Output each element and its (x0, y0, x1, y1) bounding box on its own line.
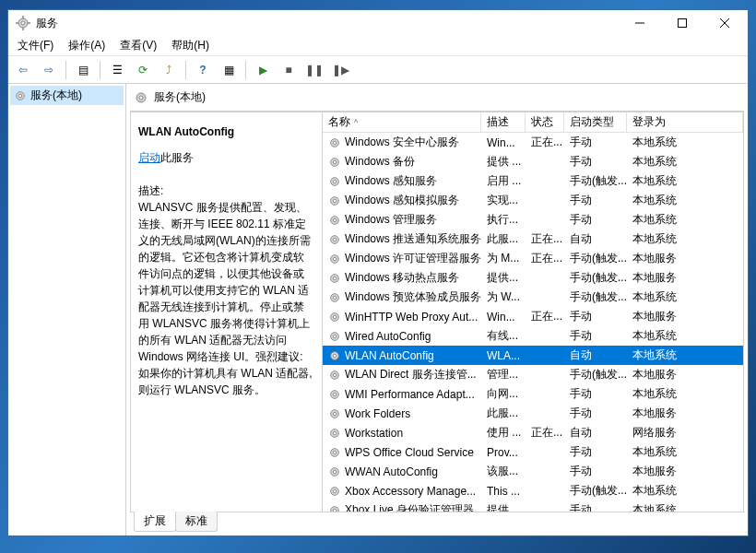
list-rows[interactable]: Windows 安全中心服务Win...正在...手动本地系统Windows 备… (323, 133, 743, 512)
tab-standard[interactable]: 标准 (175, 512, 218, 532)
service-row[interactable]: Windows 管理服务执行...手动本地系统 (323, 210, 743, 229)
cell-logon-as: 本地系统 (627, 288, 743, 307)
cell-logon-as: 本地服务 (627, 268, 743, 288)
cell-description: 该服... (481, 462, 526, 481)
cell-status (526, 354, 564, 358)
cell-name: Workstation (323, 425, 481, 441)
service-row[interactable]: Windows 推送通知系统服务此服...正在...自动本地系统 (323, 229, 743, 249)
tree-item-services-local[interactable]: 服务(本地) (10, 86, 124, 105)
cell-status (526, 393, 564, 396)
cell-name: WMI Performance Adapt... (323, 386, 481, 403)
cell-logon-as: 本地系统 (627, 229, 743, 249)
cell-startup-type: 自动 (564, 229, 627, 249)
start-service-suffix: 此服务 (160, 151, 194, 164)
service-row[interactable]: Windows 感知服务启用 ...手动(触发...本地系统 (323, 171, 743, 191)
svg-point-11 (18, 94, 22, 98)
cell-description: Prov... (481, 444, 526, 461)
menu-view[interactable]: 查看(V) (114, 36, 162, 55)
svg-point-27 (333, 257, 337, 261)
forward-button[interactable]: ⇨ (38, 59, 60, 81)
back-button[interactable]: ⇦ (12, 59, 34, 81)
cell-name: WPS Office Cloud Service (323, 444, 481, 461)
selected-service-title: WLAN AutoConfig (138, 124, 314, 140)
titlebar: 服务 (8, 10, 748, 36)
menu-action[interactable]: 操作(A) (63, 36, 111, 55)
service-row[interactable]: Windows 安全中心服务Win...正在...手动本地系统 (323, 133, 743, 152)
restart-service-button[interactable]: ❚▶ (329, 59, 351, 81)
cell-startup-type: 手动 (564, 191, 627, 210)
minimize-button[interactable] (619, 10, 661, 36)
cell-description: WLA... (481, 347, 526, 364)
show-hide-tree-button[interactable]: ▤ (72, 59, 94, 81)
cell-logon-as: 本地系统 (627, 500, 743, 512)
cell-name: Windows 管理服务 (323, 210, 481, 229)
service-row[interactable]: Wired AutoConfig有线...手动本地系统 (323, 326, 743, 346)
toolbar-separator (245, 61, 246, 79)
toolbar-separator (185, 61, 186, 79)
service-row[interactable]: Windows 许可证管理器服务为 M...正在...手动(触发...本地服务 (323, 249, 743, 268)
svg-point-39 (333, 373, 337, 377)
service-row[interactable]: WLAN AutoConfigWLA...自动本地系统 (323, 346, 743, 365)
pause-service-button[interactable]: ❚❚ (303, 59, 325, 81)
tab-extended[interactable]: 扩展 (134, 512, 176, 532)
service-row[interactable]: Windows 移动热点服务提供...手动(触发...本地服务 (323, 268, 743, 288)
cell-name: WLAN AutoConfig (323, 347, 481, 364)
cell-logon-as: 本地服务 (627, 462, 743, 481)
column-status[interactable]: 状态 (526, 112, 564, 132)
column-logon-as[interactable]: 登录为 (627, 112, 743, 132)
maximize-button[interactable] (661, 10, 703, 36)
service-row[interactable]: Xbox Accessory Manage...This ...手动(触发...… (323, 481, 743, 500)
help-button[interactable]: ? (192, 59, 214, 81)
cell-description: 管理... (481, 365, 526, 384)
cell-name: Work Folders (323, 406, 481, 422)
cell-status (526, 470, 564, 474)
cell-logon-as: 本地系统 (627, 191, 743, 210)
service-row[interactable]: Windows 备份提供 ...手动本地系统 (323, 152, 743, 171)
stop-service-button[interactable]: ■ (278, 59, 300, 81)
service-row[interactable]: WWAN AutoConfig该服...手动本地服务 (323, 462, 743, 481)
export-list-button[interactable]: ⤴ (158, 59, 180, 81)
service-row[interactable]: WinHTTP Web Proxy Aut...Win...正在...手动本地服… (323, 307, 743, 326)
cell-name: Windows 安全中心服务 (323, 133, 481, 152)
cell-status: 正在... (526, 133, 564, 152)
refresh-button[interactable]: ⟳ (132, 59, 154, 81)
service-row[interactable]: WMI Performance Adapt...向网...手动本地系统 (323, 384, 743, 404)
cell-status: 正在... (526, 229, 564, 249)
svg-point-29 (333, 276, 337, 280)
service-row[interactable]: Workstation使用 ...正在...自动网络服务 (323, 423, 743, 442)
toolbar: ⇦ ⇨ ▤ ☰ ⟳ ⤴ ? ▦ ▶ ■ ❚❚ ❚▶ (8, 56, 748, 84)
cell-startup-type: 手动 (564, 210, 627, 229)
svg-point-1 (21, 21, 25, 25)
close-button[interactable] (703, 10, 746, 36)
service-row[interactable]: WLAN Direct 服务连接管...管理...手动(触发...本地服务 (323, 365, 743, 384)
menu-help[interactable]: 帮助(H) (166, 36, 215, 55)
cell-startup-type: 手动 (564, 133, 627, 152)
cell-status (526, 296, 564, 300)
service-row[interactable]: Xbox Live 身份验证管理器提供 ...手动本地系统 (323, 500, 743, 512)
extra-button[interactable]: ▦ (218, 59, 240, 81)
column-name[interactable]: 名称^ (323, 112, 481, 132)
start-service-link[interactable]: 启动 (138, 151, 160, 164)
service-row[interactable]: Windows 预览体验成员服务为 W...手动(触发...本地系统 (323, 288, 743, 307)
cell-name: WLAN Direct 服务连接管... (323, 365, 481, 384)
column-startup-type[interactable]: 启动类型 (564, 112, 627, 132)
svg-point-21 (333, 199, 337, 203)
service-row[interactable]: WPS Office Cloud ServiceProv...手动本地系统 (323, 442, 743, 462)
cell-startup-type: 手动(触发... (564, 288, 627, 307)
cell-logon-as: 本地系统 (627, 481, 743, 500)
cell-name: Windows 预览体验成员服务 (323, 288, 481, 307)
svg-point-17 (333, 160, 337, 164)
column-description[interactable]: 描述 (481, 112, 526, 132)
menu-file[interactable]: 文件(F) (12, 36, 59, 55)
cell-description: 为 W... (481, 288, 526, 307)
cell-description: 提供 ... (481, 152, 526, 171)
svg-point-31 (333, 296, 337, 300)
cell-logon-as: 本地服务 (627, 249, 743, 268)
service-row[interactable]: Work Folders此服...手动本地服务 (323, 404, 743, 423)
description-text: WLANSVC 服务提供配置、发现、连接、断开与 IEEE 802.11 标准定… (138, 199, 314, 398)
cell-startup-type: 自动 (564, 423, 627, 442)
start-service-button[interactable]: ▶ (252, 59, 274, 81)
properties-button[interactable]: ☰ (106, 59, 128, 81)
service-row[interactable]: Windows 感知模拟服务实现...手动本地系统 (323, 191, 743, 210)
cell-name: Xbox Accessory Manage... (323, 483, 481, 500)
